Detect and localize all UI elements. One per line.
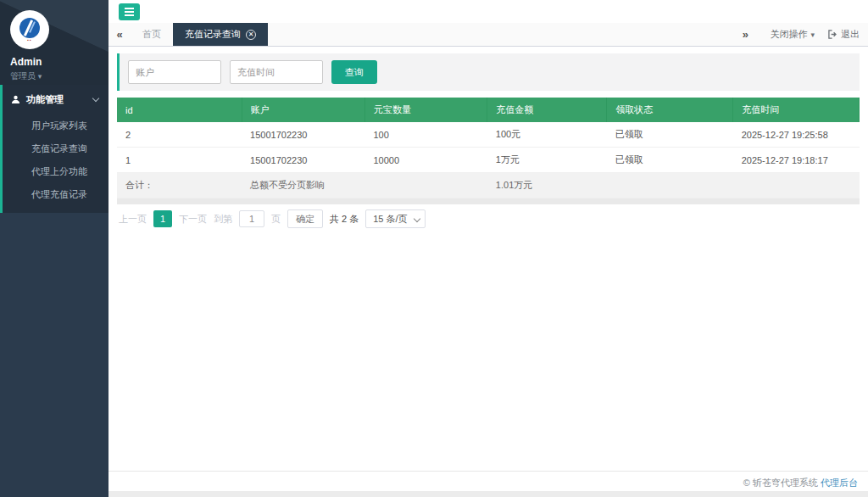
tabs-scroll-right-icon[interactable]: » [734, 28, 756, 41]
query-button[interactable]: 查询 [331, 60, 377, 84]
current-page-button[interactable]: 1 [153, 210, 172, 227]
tab-close-icon[interactable]: ✕ [246, 30, 256, 40]
col-ingot-amount: 元宝数量 [364, 98, 487, 122]
col-claim-status: 领取状态 [607, 98, 733, 122]
table-horizontal-scrollbar[interactable] [117, 198, 860, 204]
sidebar-item-agent-credit[interactable]: 代理上分功能 [3, 160, 108, 183]
logout-button[interactable]: 退出 [828, 28, 860, 41]
tab-bar: « 首页 充值记录查询 ✕ » 关闭操作▾ 退出 [108, 23, 868, 47]
summary-note: 总额不受分页影响 [242, 173, 364, 198]
top-navbar [108, 0, 868, 23]
logout-icon [828, 30, 837, 39]
sidebar-item-agent-recharge[interactable]: 代理充值记录 [3, 183, 108, 206]
footer: © 斩苍穹代理系统 代理后台 [108, 471, 868, 491]
chevron-down-icon [92, 95, 99, 102]
pagination-bar: 上一页 1 下一页 到第 页 确定 共 2 条 15 条/页 [117, 204, 860, 233]
menu-function-management[interactable]: 功能管理 [3, 85, 108, 114]
summary-label: 合计： [117, 173, 242, 198]
user-icon [11, 95, 20, 104]
tab-home[interactable]: 首页 [131, 23, 173, 46]
col-recharge-amount: 充值金额 [487, 98, 607, 122]
close-operations-dropdown[interactable]: 关闭操作▾ [770, 28, 815, 41]
account-input[interactable] [128, 60, 221, 84]
content-panel: 查询 id 账户 元宝数量 充值金额 领取状态 充值时间 2 [108, 47, 868, 233]
table-header-row: id 账户 元宝数量 充值金额 领取状态 充值时间 [117, 98, 860, 122]
search-panel: 查询 [117, 53, 860, 91]
agent-backend-link[interactable]: 代理后台 [821, 477, 858, 488]
bottom-strip [108, 491, 868, 497]
goto-prefix-label: 到第 [214, 213, 232, 226]
goto-suffix-label: 页 [271, 213, 281, 226]
sidebar-item-recharge-query[interactable]: 充值记录查询 [3, 137, 108, 160]
recharge-table: id 账户 元宝数量 充值金额 领取状态 充值时间 2 15001702230 … [117, 98, 860, 198]
user-role-dropdown[interactable]: 管理员 ▾ [10, 70, 108, 82]
summary-row: 合计： 总额不受分页影响 1.01万元 [117, 173, 860, 198]
app-logo: ▪▪ [10, 10, 49, 49]
tabs-scroll-left-icon[interactable]: « [108, 23, 131, 46]
caret-down-icon: ▾ [810, 31, 815, 39]
page-size-select[interactable]: 15 条/页 [365, 209, 426, 228]
goto-page-input[interactable] [239, 210, 264, 227]
sidebar-item-player-list[interactable]: 用户玩家列表 [3, 114, 108, 137]
confirm-page-button[interactable]: 确定 [287, 209, 323, 228]
logo-marks: ▪▪ [27, 38, 32, 42]
total-count-label: 共 2 条 [330, 213, 359, 226]
col-id: id [117, 98, 242, 122]
sidebar-toggle-button[interactable] [119, 3, 140, 20]
tab-recharge-query[interactable]: 充值记录查询 ✕ [173, 23, 268, 46]
user-name: Admin [10, 56, 108, 68]
status-claimed: 已领取 [607, 122, 733, 148]
page-size-wrap: 15 条/页 [365, 209, 426, 228]
prev-page-button[interactable]: 上一页 [119, 213, 147, 226]
summary-amount: 1.01万元 [487, 173, 607, 198]
caret-down-icon: ▾ [38, 72, 42, 81]
next-page-button[interactable]: 下一页 [179, 213, 207, 226]
col-account: 账户 [242, 98, 364, 122]
sidebar-header: ▪▪ Admin 管理员 ▾ [0, 0, 108, 85]
table-row: 2 15001702230 100 100元 已领取 2025-12-27 19… [117, 122, 860, 148]
table-row: 1 15001702230 10000 1万元 已领取 2025-12-27 1… [117, 148, 860, 173]
status-claimed: 已领取 [607, 148, 733, 173]
copyright-text: © 斩苍穹代理系统 [743, 477, 818, 488]
main-area: « 首页 充值记录查询 ✕ » 关闭操作▾ 退出 查询 [108, 0, 868, 497]
logo-emblem-icon [19, 18, 40, 38]
sidebar-menu: 功能管理 用户玩家列表 充值记录查询 代理上分功能 代理充值记录 [0, 85, 108, 213]
content-empty-space [108, 233, 868, 471]
sidebar: ▪▪ Admin 管理员 ▾ 功能管理 用户玩家列表 充值记录查询 代理上分功能… [0, 0, 108, 497]
recharge-time-input[interactable] [230, 60, 323, 84]
col-recharge-time: 充值时间 [733, 98, 860, 122]
